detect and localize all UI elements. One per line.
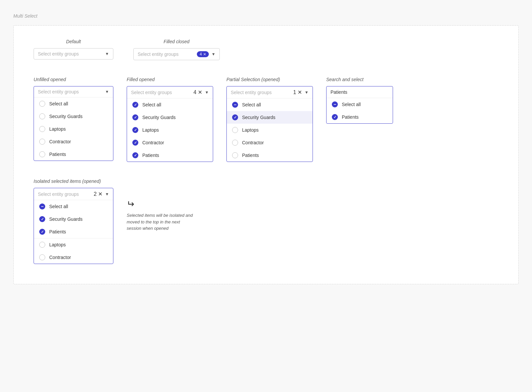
chevron-down-icon-isolated: ▼ — [105, 192, 109, 196]
checkbox-patients-partial — [232, 152, 238, 158]
item-select-all-partial[interactable]: Select all — [227, 98, 313, 111]
item-laptops-partial[interactable]: Laptops — [227, 124, 313, 136]
section-filled-opened: Filled opened Select entity groups 4 ✕ ▼… — [127, 77, 213, 162]
dropdown-header-isolated[interactable]: Select entity groups 2 ✕ ▼ — [34, 188, 113, 200]
dropdown-filled-closed[interactable]: Select entity groups 4 ✕ ▼ — [133, 48, 220, 60]
label-contractor-filled: Contractor — [142, 140, 164, 145]
checkbox-laptops-isolated — [39, 242, 45, 248]
item-laptops-isolated[interactable]: Laptops — [34, 238, 113, 251]
label-select-all-partial: Select all — [242, 102, 261, 107]
item-security-guards-isolated[interactable]: Security Guards — [34, 213, 113, 225]
badge-partial: 1 ✕ — [293, 89, 302, 95]
section-label-default: Default — [66, 39, 81, 44]
item-contractor-filled[interactable]: Contractor — [127, 136, 213, 149]
label-security-guards-isolated: Security Guards — [49, 216, 82, 222]
item-laptops-filled[interactable]: Laptops — [127, 124, 213, 136]
label-laptops-partial: Laptops — [242, 127, 259, 133]
checkbox-contractor-filled — [132, 140, 138, 146]
label-patients-partial: Patients — [242, 153, 259, 158]
label-security-guards-partial: Security Guards — [242, 115, 275, 120]
page-label: Multi Select — [13, 13, 519, 19]
checkbox-laptops-unfilled — [39, 126, 45, 132]
placeholder-default: Select entity groups — [38, 51, 102, 57]
item-patients-search[interactable]: Patients — [327, 111, 393, 123]
label-select-all-isolated: Select all — [49, 204, 68, 209]
badge-count-partial: 1 — [293, 89, 296, 95]
section-filled-closed: Filled closed Select entity groups 4 ✕ ▼ — [133, 39, 220, 60]
item-select-all-isolated[interactable]: Select all — [34, 200, 113, 213]
section-label-partial: Partial Selection (opened) — [226, 77, 280, 82]
badge-count-filled-opened: 4 — [194, 89, 197, 95]
label-patients-unfilled: Patients — [49, 152, 66, 157]
placeholder-filled-opened: Select entity groups — [131, 90, 191, 95]
main-container: Default Select entity groups ▼ Filled cl… — [13, 25, 519, 284]
chevron-down-icon: ▼ — [105, 52, 109, 56]
chevron-down-icon-filled-closed: ▼ — [211, 52, 215, 57]
close-icon-partial[interactable]: ✕ — [298, 89, 302, 95]
dropdown-header-partial[interactable]: Select entity groups 1 ✕ ▼ — [227, 86, 313, 98]
item-security-guards-partial[interactable]: Security Guards — [227, 111, 313, 124]
dropdown-panel-partial: Select entity groups 1 ✕ ▼ Select all Se… — [226, 86, 313, 162]
close-icon-filled-closed[interactable]: ✕ — [203, 52, 206, 57]
item-patients-partial[interactable]: Patients — [227, 149, 313, 162]
label-contractor-partial: Contractor — [242, 140, 264, 145]
item-contractor-unfilled[interactable]: Contractor — [34, 135, 113, 148]
checkbox-patients-isolated — [39, 229, 45, 235]
section-label-filled-opened: Filled opened — [127, 77, 155, 82]
item-security-guards-unfilled[interactable]: Security Guards — [34, 110, 113, 123]
checkbox-patients-unfilled — [39, 151, 45, 157]
label-select-all-filled: Select all — [142, 102, 161, 107]
section-label-filled-closed: Filled closed — [164, 39, 190, 44]
checkbox-select-all-unfilled — [39, 101, 45, 107]
search-panel: Select all Patients — [326, 86, 393, 124]
search-input[interactable] — [331, 89, 389, 95]
checkbox-contractor-unfilled — [39, 139, 45, 145]
section-search: Search and select Select all Patients — [326, 77, 393, 124]
section-isolated: Isolated selected items (opened) Select … — [34, 179, 113, 264]
label-security-guards-filled: Security Guards — [142, 115, 176, 120]
checkbox-security-guards-partial — [232, 114, 238, 120]
annotation-area: ↵ Selected items will be isolated and mo… — [127, 179, 193, 232]
label-laptops-isolated: Laptops — [49, 242, 66, 247]
checkbox-laptops-partial — [232, 127, 238, 133]
checkbox-select-all-search — [332, 101, 338, 107]
chevron-down-icon-unfilled: ▼ — [105, 89, 109, 94]
dropdown-panel-unfilled: Select entity groups ▼ Select all Securi… — [34, 86, 113, 161]
dropdown-panel-filled: Select entity groups 4 ✕ ▼ Select all Se… — [127, 86, 213, 162]
checkbox-security-guards-filled — [132, 114, 138, 120]
label-contractor-isolated: Contractor — [49, 255, 71, 260]
item-contractor-isolated[interactable]: Contractor — [34, 251, 113, 264]
item-laptops-unfilled[interactable]: Laptops — [34, 123, 113, 135]
dropdown-header-unfilled[interactable]: Select entity groups ▼ — [34, 86, 113, 97]
item-patients-filled[interactable]: Patients — [127, 149, 213, 162]
item-select-all-search[interactable]: Select all — [327, 98, 393, 111]
label-patients-isolated: Patients — [49, 229, 66, 234]
label-contractor-unfilled: Contractor — [49, 139, 71, 144]
dropdown-header-filled[interactable]: Select entity groups 4 ✕ ▼ — [127, 86, 213, 98]
checkbox-security-guards-unfilled — [39, 113, 45, 119]
badge-count-filled-closed: 4 — [200, 52, 202, 57]
dropdown-default[interactable]: Select entity groups ▼ — [34, 48, 113, 60]
item-select-all-filled[interactable]: Select all — [127, 98, 213, 111]
checkbox-security-guards-isolated — [39, 216, 45, 222]
item-patients-unfilled[interactable]: Patients — [34, 148, 113, 161]
item-contractor-partial[interactable]: Contractor — [227, 136, 313, 149]
section-unfilled-opened: Unfilled opened Select entity groups ▼ S… — [34, 77, 113, 161]
checkbox-select-all-filled — [132, 102, 138, 108]
search-header — [327, 86, 393, 98]
close-icon-filled-opened[interactable]: ✕ — [198, 89, 202, 95]
chevron-down-icon-filled-opened: ▼ — [205, 90, 209, 95]
placeholder-isolated: Select entity groups — [38, 192, 91, 197]
section-partial: Partial Selection (opened) Select entity… — [226, 77, 313, 162]
item-patients-isolated[interactable]: Patients — [34, 225, 113, 238]
badge-filled-opened: 4 ✕ — [194, 89, 202, 95]
label-patients-filled: Patients — [142, 153, 159, 158]
label-laptops-filled: Laptops — [142, 127, 159, 133]
label-select-all-unfilled: Select all — [49, 101, 68, 106]
item-select-all-unfilled[interactable]: Select all — [34, 97, 113, 110]
checkbox-patients-filled — [132, 152, 138, 158]
close-icon-isolated[interactable]: ✕ — [98, 191, 102, 197]
annotation-text: Selected items will be isolated and move… — [127, 212, 193, 232]
dropdown-panel-isolated: Select entity groups 2 ✕ ▼ Select all Se… — [34, 188, 113, 264]
item-security-guards-filled[interactable]: Security Guards — [127, 111, 213, 124]
